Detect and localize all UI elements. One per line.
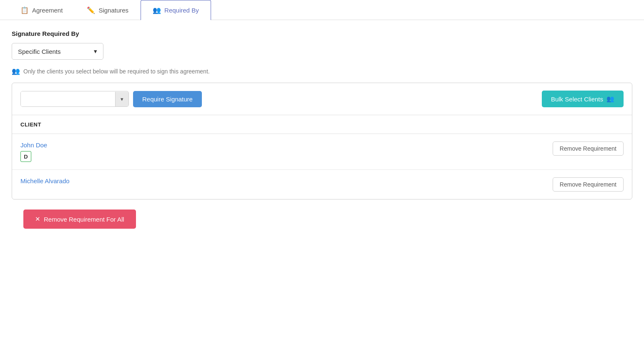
client-avatar-john-doe: D (20, 151, 31, 162)
tab-agreement-label: Agreement (32, 7, 63, 14)
client-dropdown-arrow-btn[interactable]: ▾ (115, 92, 128, 106)
remove-all-section: ✕ Remove Requirement For All (12, 199, 632, 239)
col-client-header: CLIENT (20, 121, 41, 128)
dropdown-arrow-icon: ▾ (94, 48, 97, 55)
tab-required-by-label: Required By (164, 7, 199, 14)
section-title: Signature Required By (12, 30, 632, 37)
bulk-select-icon: 👥 (606, 95, 614, 103)
info-text: Only the clients you select below will b… (23, 68, 210, 75)
client-info-michelle-alvarado: Michelle Alvarado (20, 177, 70, 184)
dropdown-selected-value: Specific Clients (18, 48, 61, 55)
bulk-select-clients-button[interactable]: Bulk Select Clients 👥 (542, 91, 624, 107)
client-name-john-doe[interactable]: John Doe (20, 141, 47, 149)
require-signature-button[interactable]: Require Signature (133, 91, 202, 107)
required-by-icon: 👥 (153, 6, 161, 14)
remove-all-x-icon: ✕ (35, 215, 40, 223)
remove-requirement-for-all-button[interactable]: ✕ Remove Requirement For All (23, 210, 136, 229)
action-bar: Michelle Alvarado ▾ Require Signature Bu… (12, 83, 632, 115)
tab-required-by[interactable]: 👥 Required By (141, 0, 211, 20)
bulk-select-label: Bulk Select Clients (551, 96, 603, 103)
avatar-letter: D (24, 154, 28, 160)
main-content: Signature Required By Specific Clients ▾… (0, 20, 644, 249)
table-header: CLIENT (12, 115, 632, 134)
info-text-container: 👥 Only the clients you select below will… (12, 67, 632, 75)
table-row: John Doe D Remove Requirement (12, 134, 632, 170)
tabs-container: 📋 Agreement ✏️ Signatures 👥 Required By (0, 0, 644, 20)
tab-signatures[interactable]: ✏️ Signatures (75, 0, 141, 20)
signature-required-by-dropdown[interactable]: Specific Clients ▾ (12, 43, 103, 60)
info-people-icon: 👥 (12, 67, 20, 75)
remove-requirement-john-doe[interactable]: Remove Requirement (553, 141, 624, 156)
action-left: Michelle Alvarado ▾ Require Signature (20, 91, 202, 107)
remove-requirement-michelle-alvarado[interactable]: Remove Requirement (553, 177, 624, 192)
page-container: 📋 Agreement ✏️ Signatures 👥 Required By … (0, 0, 644, 361)
tab-signatures-label: Signatures (98, 7, 128, 14)
client-search-input[interactable]: Michelle Alvarado (21, 91, 115, 106)
client-select-dropdown[interactable]: Michelle Alvarado ▾ (20, 91, 129, 107)
client-name-michelle-alvarado[interactable]: Michelle Alvarado (20, 177, 70, 184)
tab-agreement[interactable]: 📋 Agreement (8, 0, 75, 20)
table-row: Michelle Alvarado Remove Requirement (12, 170, 632, 199)
signatures-icon: ✏️ (87, 6, 95, 14)
remove-all-label: Remove Requirement For All (44, 216, 124, 223)
clients-panel: Michelle Alvarado ▾ Require Signature Bu… (12, 83, 632, 199)
client-info-john-doe: John Doe D (20, 141, 47, 162)
agreement-icon: 📋 (20, 6, 29, 14)
